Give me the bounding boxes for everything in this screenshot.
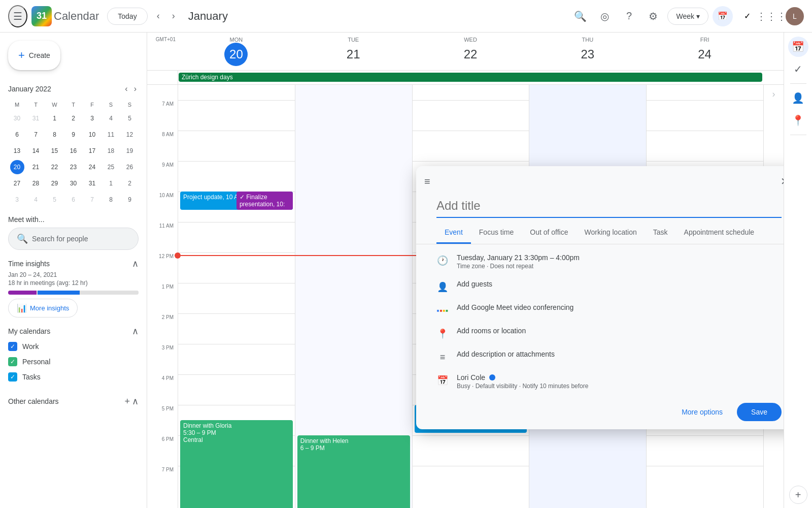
mini-cal-day[interactable]: 6: [10, 128, 24, 142]
mini-cal-day[interactable]: 29: [48, 176, 62, 190]
tab-appointment[interactable]: Appointment schedule: [676, 222, 763, 244]
mini-cal-day[interactable]: 5: [48, 193, 62, 207]
day-header-wed: WED 22: [412, 33, 529, 70]
my-calendars-toggle[interactable]: ∧: [132, 326, 139, 337]
tab-task[interactable]: Task: [645, 222, 676, 244]
tab-ooo[interactable]: Out of office: [522, 222, 576, 244]
mini-cal-day[interactable]: 9: [66, 128, 81, 142]
more-insights-button[interactable]: 📊 More insights: [8, 299, 78, 318]
day-num-23[interactable]: 23: [576, 43, 599, 66]
mini-cal-day[interactable]: 31: [29, 111, 43, 125]
next-button[interactable]: ›: [167, 8, 180, 24]
mini-cal-day[interactable]: 3: [10, 193, 24, 207]
day-num-21[interactable]: 21: [342, 43, 365, 66]
day-header-t2: T: [64, 100, 82, 110]
search-people-button[interactable]: 🔍 Search for people: [8, 228, 139, 250]
mini-cal-day[interactable]: 23: [66, 160, 81, 174]
save-button[interactable]: Save: [737, 403, 782, 421]
calendar-work[interactable]: ✓ Work: [8, 339, 139, 354]
mini-cal-day[interactable]: 8: [48, 128, 62, 142]
mini-cal-day[interactable]: 21: [29, 160, 43, 174]
mini-cal-day[interactable]: 1: [104, 176, 118, 190]
mini-cal-day[interactable]: 3: [85, 111, 99, 125]
mini-cal-day[interactable]: 14: [29, 144, 43, 158]
mini-cal-day[interactable]: 28: [29, 176, 43, 190]
right-panel-calendar-icon[interactable]: 📅: [788, 37, 808, 57]
time-insights-toggle[interactable]: ∧: [132, 258, 139, 269]
finalize-event[interactable]: ✓ Finalize presentation, 10:: [236, 192, 293, 210]
dinner-helen-event[interactable]: Dinner with Helen 6 – 9 PM: [297, 435, 410, 508]
zurich-design-days-event[interactable]: Zürich design days: [179, 73, 762, 82]
description-link[interactable]: Add description or attachments: [457, 350, 555, 358]
mini-cal-day[interactable]: 9: [123, 193, 137, 207]
create-button[interactable]: + Create: [8, 41, 60, 70]
calendar-view-button[interactable]: 📅: [713, 6, 733, 26]
mini-cal-day[interactable]: 16: [66, 144, 81, 158]
event-timezone: Time zone · Does not repeat: [457, 263, 782, 270]
modal-close-button[interactable]: ✕: [775, 172, 784, 190]
mini-cal-day[interactable]: 31: [85, 176, 99, 190]
mini-cal-prev[interactable]: ‹: [123, 82, 129, 96]
apps-grid-button[interactable]: ⋮⋮⋮: [761, 6, 782, 26]
location-link[interactable]: Add rooms or location: [457, 327, 526, 335]
mini-cal-day[interactable]: 25: [104, 160, 118, 174]
day-num-24[interactable]: 24: [693, 43, 717, 66]
mini-cal-day[interactable]: 11: [104, 128, 118, 142]
meet-link[interactable]: Add Google Meet video conferencing: [457, 303, 573, 311]
user-avatar[interactable]: L: [786, 7, 804, 25]
tab-focus[interactable]: Focus time: [471, 222, 522, 244]
event-datetime[interactable]: Tuesday, January 21 3:30pm – 4:00pm: [457, 253, 782, 262]
today-button[interactable]: Today: [107, 8, 147, 25]
calendar-tasks[interactable]: ✓ Tasks: [8, 369, 139, 385]
tasks-view-button[interactable]: ✓: [737, 6, 757, 26]
other-cal-toggle[interactable]: ∧: [132, 396, 139, 407]
mini-cal-day[interactable]: 7: [29, 128, 43, 142]
day-num-22[interactable]: 22: [459, 43, 482, 66]
mini-cal-day[interactable]: 8: [104, 193, 118, 207]
mini-cal-day[interactable]: 6: [66, 193, 81, 207]
settings-button[interactable]: ⚙: [643, 6, 663, 26]
prev-button[interactable]: ‹: [152, 8, 165, 24]
mini-cal-day-today[interactable]: 20: [10, 160, 24, 174]
mini-cal-day[interactable]: 5: [123, 111, 137, 125]
mini-cal-day[interactable]: 7: [85, 193, 99, 207]
mini-cal-day[interactable]: 2: [123, 176, 137, 190]
mini-cal-day[interactable]: 17: [85, 144, 99, 158]
other-cal-add[interactable]: +: [124, 396, 130, 407]
mini-cal-day[interactable]: 2: [66, 111, 81, 125]
calendar-status: Busy · Default visibility · Notify 10 mi…: [457, 383, 782, 390]
more-options-button[interactable]: More options: [673, 404, 731, 420]
mini-cal-day[interactable]: 13: [10, 144, 24, 158]
mini-cal-day[interactable]: 24: [85, 160, 99, 174]
mini-cal-day[interactable]: 19: [123, 144, 137, 158]
mini-cal-next[interactable]: ›: [132, 82, 139, 96]
calendar-personal[interactable]: ✓ Personal: [8, 354, 139, 369]
mini-cal-day[interactable]: 12: [123, 128, 137, 142]
mini-cal-day[interactable]: 15: [48, 144, 62, 158]
tab-location[interactable]: Working location: [577, 222, 645, 244]
right-panel-add-button[interactable]: +: [789, 486, 807, 504]
day-num-20[interactable]: 20: [224, 43, 248, 66]
hamburger-menu[interactable]: ☰: [8, 5, 27, 27]
mini-cal-day[interactable]: 4: [104, 111, 118, 125]
right-panel-maps-icon[interactable]: 📍: [788, 110, 808, 131]
mini-cal-day[interactable]: 4: [29, 193, 43, 207]
mini-cal-day[interactable]: 27: [10, 176, 24, 190]
help-button[interactable]: ?: [619, 6, 639, 26]
add-guests-link[interactable]: Add guests: [457, 280, 492, 288]
mini-cal-day[interactable]: 18: [104, 144, 118, 158]
mini-cal-day[interactable]: 30: [66, 176, 81, 190]
mini-cal-day[interactable]: 1: [48, 111, 62, 125]
view-selector[interactable]: Week ▾: [667, 8, 708, 25]
mini-cal-day[interactable]: 22: [48, 160, 62, 174]
mini-cal-day[interactable]: 10: [85, 128, 99, 142]
search-button[interactable]: 🔍: [570, 6, 590, 26]
event-title-input[interactable]: [436, 195, 782, 218]
tab-event[interactable]: Event: [436, 222, 471, 244]
dinner-gloria-event[interactable]: Dinner with Gloria 5:30 – 9 PM Central: [180, 420, 293, 508]
mini-cal-day[interactable]: 30: [10, 111, 24, 125]
assistant-button[interactable]: ◎: [594, 6, 615, 26]
right-panel-people-icon[interactable]: 👤: [788, 88, 808, 108]
right-panel-tasks-icon[interactable]: ✓: [788, 59, 808, 79]
mini-cal-day[interactable]: 26: [123, 160, 137, 174]
